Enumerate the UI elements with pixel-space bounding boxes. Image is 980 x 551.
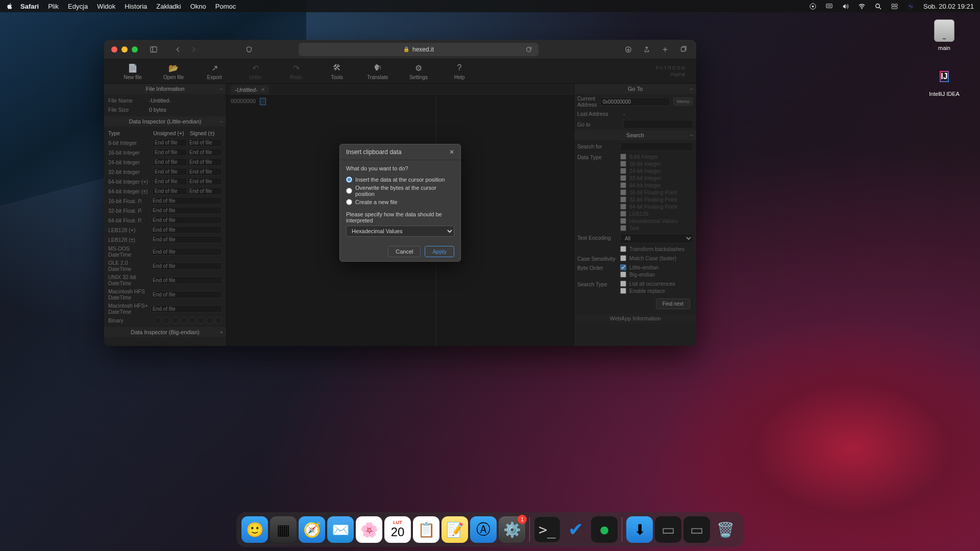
clock[interactable]: Sob. 20.02 19:21	[923, 3, 974, 10]
svg-rect-7	[892, 4, 894, 6]
forward-button[interactable]	[188, 44, 199, 55]
modal-close-button[interactable]: ✕	[449, 148, 454, 156]
svg-point-4	[862, 8, 863, 9]
address-bar[interactable]: 🔒 hexed.it	[299, 43, 538, 56]
dock-things[interactable]: ✔	[562, 516, 589, 543]
address-text: hexed.it	[412, 46, 434, 53]
dock-appstore[interactable]: Ⓐ	[470, 516, 497, 543]
new-tab-icon[interactable]	[659, 44, 671, 55]
svg-rect-11	[151, 46, 157, 52]
dock-launchpad[interactable]: ▦	[270, 516, 297, 543]
spotlight-icon[interactable]	[874, 2, 883, 10]
wifi-icon[interactable]	[858, 2, 866, 10]
dock-photos[interactable]: 🌸	[356, 516, 382, 543]
modal-interpret-select[interactable]: Hexadecimal Values	[346, 226, 454, 237]
dock-downloads[interactable]: ⬇	[626, 516, 653, 543]
control-center-icon[interactable]	[891, 2, 899, 10]
modal-overlay: Insert clipboard data✕ What do you want …	[104, 59, 696, 346]
svg-rect-3	[827, 5, 831, 7]
desktop-icon-intellij[interactable]: IJ IntelliJ IDEA	[924, 64, 965, 97]
modal-title: Insert clipboard data	[346, 148, 402, 156]
dock-terminal[interactable]: >_	[534, 516, 560, 543]
downloads-icon[interactable]	[623, 44, 634, 55]
menu-view[interactable]: Widok	[97, 3, 115, 10]
modal-opt-newfile[interactable]: Create a new file	[346, 198, 454, 206]
dock-app-2[interactable]: ▭	[683, 516, 710, 543]
display-icon[interactable]	[825, 2, 834, 10]
menu-help[interactable]: Pomoc	[215, 3, 236, 10]
insert-clipboard-dialog: Insert clipboard data✕ What do you want …	[339, 144, 461, 262]
modal-opt-overwrite[interactable]: Overwrite the bytes at the cursor positi…	[346, 184, 454, 198]
badge: 1	[518, 515, 527, 524]
intellij-icon: IJ	[940, 71, 948, 82]
dock-notes[interactable]: 📝	[442, 516, 468, 543]
dock-finder[interactable]: 🙂	[241, 516, 268, 543]
safari-titlebar: 🔒 hexed.it	[104, 40, 696, 59]
modal-question: What do you want to do?	[346, 165, 454, 171]
cancel-button[interactable]: Cancel	[388, 246, 421, 257]
screen-record-icon[interactable]	[809, 2, 817, 10]
modal-subtext: Please specify how the data should be in…	[346, 211, 454, 223]
svg-point-1	[812, 5, 814, 7]
window-close-button[interactable]	[111, 46, 117, 53]
menu-history[interactable]: Historia	[125, 3, 147, 10]
svg-point-5	[876, 4, 880, 8]
menu-edit[interactable]: Edycja	[68, 3, 88, 10]
svg-rect-9	[892, 7, 897, 9]
desktop-icon-main-hdd[interactable]: main	[924, 18, 965, 51]
modal-opt-insert[interactable]: Insert the data at the cursor position	[346, 176, 454, 184]
volume-icon[interactable]	[842, 2, 850, 10]
dock: 🙂 ▦ 🧭 ✉️ 🌸 LUT20 📋 📝 Ⓐ ⚙️1 >_ ✔ ● ⬇ ▭ ▭ …	[236, 512, 744, 547]
lock-icon: 🔒	[403, 46, 409, 52]
back-button[interactable]	[173, 44, 184, 55]
dock-trash[interactable]: 🗑️	[712, 516, 739, 543]
window-zoom-button[interactable]	[132, 46, 138, 53]
dock-reminders[interactable]: 📋	[413, 516, 439, 543]
dock-settings[interactable]: ⚙️1	[499, 516, 525, 543]
window-minimize-button[interactable]	[121, 46, 128, 53]
apple-menu[interactable]	[6, 3, 13, 10]
svg-line-6	[879, 7, 881, 9]
dock-app-1[interactable]: ▭	[655, 516, 681, 543]
apply-button[interactable]: Apply	[425, 246, 454, 257]
dock-mail[interactable]: ✉️	[327, 516, 354, 543]
reload-icon[interactable]	[523, 44, 534, 55]
dock-spotify[interactable]: ●	[591, 516, 618, 543]
share-icon[interactable]	[641, 44, 652, 55]
svg-rect-8	[895, 4, 898, 6]
siri-icon[interactable]	[907, 2, 915, 10]
tab-overview-icon[interactable]	[678, 44, 689, 55]
dock-calendar[interactable]: LUT20	[384, 516, 411, 543]
svg-rect-16	[681, 47, 685, 51]
desktop-icon-label: IntelliJ IDEA	[924, 91, 965, 97]
shield-icon[interactable]	[243, 44, 255, 55]
safari-window: 🔒 hexed.it 📄New file 📂Open file ↗Export …	[104, 40, 696, 346]
menu-file[interactable]: Plik	[48, 3, 59, 10]
dock-safari[interactable]: 🧭	[299, 516, 325, 543]
desktop-icon-label: main	[924, 45, 965, 51]
sidebar-toggle-icon[interactable]	[148, 44, 159, 55]
menu-bookmarks[interactable]: Zakładki	[156, 3, 181, 10]
menu-window[interactable]: Okno	[190, 3, 206, 10]
app-name-menu[interactable]: Safari	[20, 3, 39, 10]
hdd-icon	[934, 19, 954, 42]
macos-menubar: Safari Plik Edycja Widok Historia Zakład…	[0, 0, 980, 12]
